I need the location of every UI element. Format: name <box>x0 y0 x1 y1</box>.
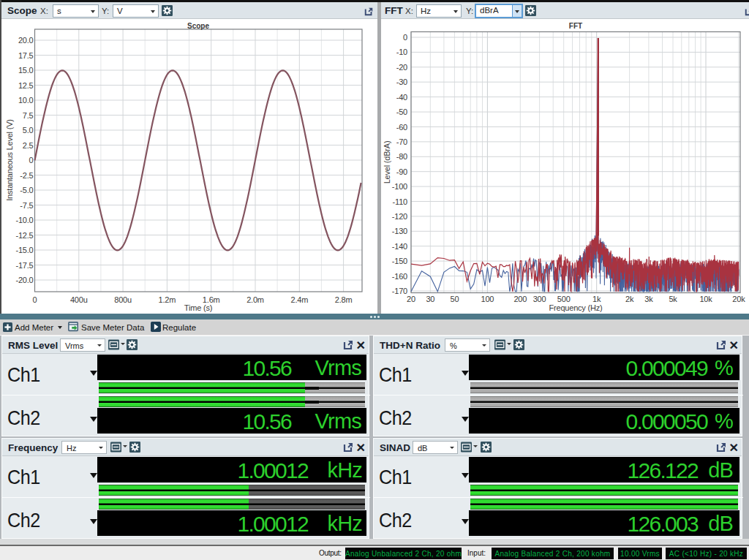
svg-text:-10.0: -10.0 <box>15 216 33 224</box>
svg-text:-120: -120 <box>392 212 407 221</box>
svg-text:FFT: FFT <box>569 22 582 30</box>
svg-text:200: 200 <box>513 295 527 303</box>
svg-text:300: 300 <box>533 295 546 303</box>
svg-text:0: 0 <box>403 33 407 42</box>
svg-text:0: 0 <box>29 156 34 164</box>
svg-text:2.4m: 2.4m <box>290 295 308 304</box>
svg-text:-20.0: -20.0 <box>15 276 33 284</box>
svg-text:2.5: 2.5 <box>23 141 34 150</box>
svg-text:1k: 1k <box>592 295 601 303</box>
svg-text:-20: -20 <box>396 63 407 72</box>
svg-text:-170: -170 <box>392 287 407 295</box>
svg-text:2.8m: 2.8m <box>335 295 353 304</box>
svg-text:500: 500 <box>557 295 571 303</box>
svg-text:30: 30 <box>426 295 434 303</box>
svg-text:20: 20 <box>407 295 415 303</box>
svg-text:-15.0: -15.0 <box>15 246 33 254</box>
svg-text:-60: -60 <box>396 123 407 132</box>
svg-text:3k: 3k <box>644 295 653 303</box>
svg-text:-30: -30 <box>396 77 407 86</box>
svg-text:100: 100 <box>481 295 494 303</box>
svg-text:-160: -160 <box>392 272 407 281</box>
svg-text:-7.5: -7.5 <box>20 201 33 210</box>
svg-text:-150: -150 <box>392 257 407 265</box>
svg-text:-130: -130 <box>392 227 407 235</box>
svg-text:7.5: 7.5 <box>23 111 34 120</box>
svg-text:-5.0: -5.0 <box>20 186 33 194</box>
svg-text:-17.5: -17.5 <box>15 261 33 270</box>
svg-text:-80: -80 <box>396 152 407 161</box>
svg-text:1.2m: 1.2m <box>159 295 176 304</box>
svg-text:2.0m: 2.0m <box>246 295 264 304</box>
svg-text:Instantaneous Level (V): Instantaneous Level (V) <box>5 119 14 201</box>
svg-text:-40: -40 <box>396 93 407 102</box>
svg-text:0: 0 <box>33 295 37 304</box>
svg-text:-12.5: -12.5 <box>15 231 33 240</box>
svg-text:-70: -70 <box>396 137 407 146</box>
svg-text:20k: 20k <box>732 295 745 303</box>
svg-text:17.5: 17.5 <box>18 51 34 60</box>
svg-text:Frequency (Hz): Frequency (Hz) <box>549 303 603 312</box>
svg-text:800u: 800u <box>114 295 132 304</box>
svg-text:-90: -90 <box>396 167 407 176</box>
svg-text:Level (dBrA): Level (dBrA) <box>383 141 391 184</box>
svg-text:20.0: 20.0 <box>18 36 34 45</box>
svg-text:Time (s): Time (s) <box>184 303 212 312</box>
svg-text:-10: -10 <box>396 48 407 56</box>
svg-text:5k: 5k <box>669 295 677 303</box>
svg-text:15.0: 15.0 <box>18 66 34 75</box>
svg-text:-2.5: -2.5 <box>20 171 33 180</box>
svg-text:-50: -50 <box>396 107 407 116</box>
svg-text:Scope: Scope <box>187 22 209 30</box>
svg-text:-110: -110 <box>393 197 407 206</box>
svg-text:10.0: 10.0 <box>18 96 34 105</box>
svg-text:5.0: 5.0 <box>23 126 34 135</box>
svg-text:400u: 400u <box>70 295 88 304</box>
svg-text:2k: 2k <box>625 295 634 303</box>
svg-text:12.5: 12.5 <box>18 81 34 90</box>
svg-text:-100: -100 <box>392 182 407 191</box>
svg-text:50: 50 <box>450 295 459 303</box>
svg-text:-140: -140 <box>392 242 407 251</box>
svg-text:10k: 10k <box>699 295 712 303</box>
